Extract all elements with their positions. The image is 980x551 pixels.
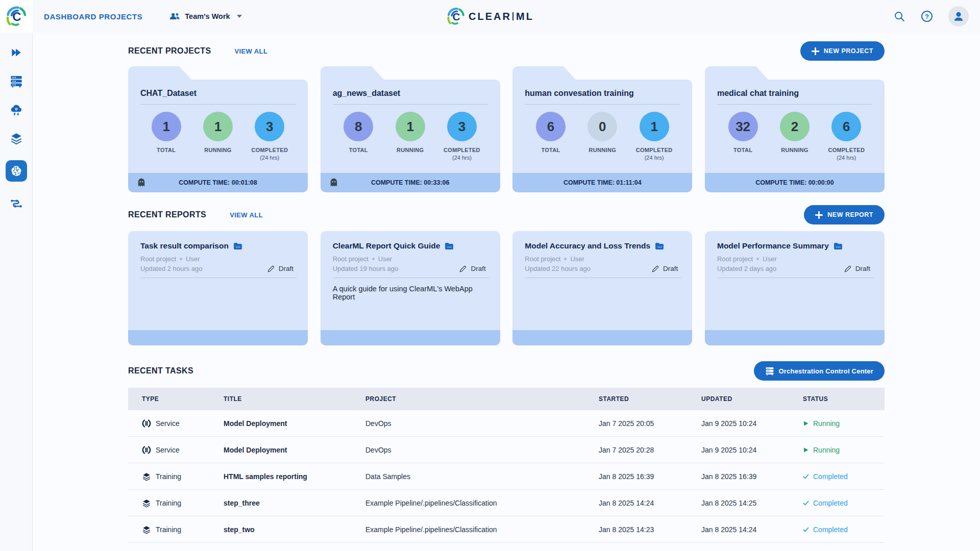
report-card[interactable]: Model Performance Summary Root projectUs… <box>705 231 885 345</box>
recent-projects-header: RECENT PROJECTS VIEW ALL NEW PROJECT <box>128 42 885 60</box>
task-project: DevOps <box>365 419 599 428</box>
task-started: Jan 8 2025 16:39 <box>599 472 701 481</box>
brand-divider <box>512 12 513 20</box>
app-logo[interactable] <box>0 0 33 33</box>
project-card[interactable]: human convesation training 6TOTAL 0RUNNI… <box>512 66 692 192</box>
sidebar <box>0 33 33 551</box>
task-started: Jan 7 2025 20:28 <box>599 446 701 454</box>
compute-time: COMPUTE TIME: 01:11:04 <box>512 179 692 186</box>
team-icon <box>169 12 180 21</box>
brand-wordmark: CLEAR ML <box>469 11 534 22</box>
status-badge: Draft <box>459 265 485 272</box>
pipelines-icon[interactable] <box>10 197 23 210</box>
table-row[interactable]: Training step_two Example Pipeline/.pipe… <box>128 516 885 543</box>
cloud-autoscaler-icon[interactable] <box>10 103 23 116</box>
recent-reports-header: RECENT REPORTS VIEW ALL NEW REPORT <box>128 206 885 224</box>
running-label: RUNNING <box>204 147 231 153</box>
folder-tab <box>705 66 756 80</box>
training-icon <box>142 525 151 534</box>
folder-tab <box>321 66 372 80</box>
task-title: Model Deployment <box>224 446 365 454</box>
ghost-icon <box>136 178 146 188</box>
report-card[interactable]: ClearML Report Quick Guide Root projectU… <box>321 231 500 345</box>
pencil-icon <box>844 265 851 272</box>
report-author: User <box>378 255 392 263</box>
table-row[interactable]: Service Model Deployment DevOps Jan 7 20… <box>128 410 885 437</box>
total-count: 8 <box>344 112 373 141</box>
task-project: Example Pipeline/.pipelines/Classificati… <box>365 499 599 507</box>
task-started: Jan 8 2025 14:24 <box>599 499 701 507</box>
brand-text-right: ML <box>516 11 534 22</box>
completed-label: COMPLETED <box>828 147 865 153</box>
clearml-logo-icon <box>5 5 28 28</box>
status-badge: Draft <box>844 265 870 272</box>
reports-view-all-link[interactable]: VIEW ALL <box>230 211 263 219</box>
training-icon <box>142 472 151 481</box>
task-started: Jan 7 2025 20:05 <box>599 419 701 428</box>
total-label: TOTAL <box>157 147 176 153</box>
new-project-label: NEW PROJECT <box>824 47 873 55</box>
workers-queues-icon[interactable] <box>10 74 23 88</box>
task-title: step_two <box>224 525 365 534</box>
table-row[interactable]: Training HTML samples reporting Data Sam… <box>128 463 885 490</box>
running-count: 1 <box>203 112 233 141</box>
status-label: Running <box>813 446 840 454</box>
col-type: TYPE <box>142 395 224 403</box>
status-completed: Completed <box>803 472 885 481</box>
table-row[interactable]: Training step_three Example Pipeline/.pi… <box>128 490 885 516</box>
projects-view-all-link[interactable]: VIEW ALL <box>234 47 267 55</box>
draft-label: Draft <box>663 265 678 272</box>
divider <box>333 104 488 105</box>
status-running: Running <box>803 419 885 428</box>
report-author: User <box>186 255 200 263</box>
play-icon <box>803 420 809 427</box>
search-icon[interactable] <box>893 10 905 22</box>
project-card[interactable]: CHAT_Dataset 1TOTAL 1RUNNING 3COMPLETED(… <box>128 66 308 192</box>
divider <box>140 278 297 278</box>
task-updated: Jan 8 2025 14:25 <box>701 499 803 507</box>
report-card-footer <box>321 330 500 345</box>
sidebar-item-projects-active[interactable] <box>6 160 27 182</box>
folder-icon <box>233 242 242 250</box>
brand-text-left: CLEAR <box>469 11 511 22</box>
new-project-button[interactable]: NEW PROJECT <box>800 41 885 61</box>
divider <box>717 104 872 105</box>
running-count: 0 <box>587 112 617 141</box>
service-icon <box>142 445 151 455</box>
avatar[interactable] <box>948 6 969 27</box>
report-card-footer <box>128 330 308 345</box>
table-row[interactable]: Service Model Deployment DevOps Jan 7 20… <box>128 437 885 463</box>
help-icon[interactable] <box>921 10 933 22</box>
workspace-name: Team's Work <box>185 12 230 20</box>
status-label: Completed <box>813 525 848 534</box>
status-running: Running <box>803 446 885 454</box>
col-title: TITLE <box>224 395 365 403</box>
project-name: human convesation training <box>525 89 680 98</box>
running-label: RUNNING <box>589 147 616 153</box>
project-cards-row: CHAT_Dataset 1TOTAL 1RUNNING 3COMPLETED(… <box>128 66 885 192</box>
report-card[interactable]: Task result comparison Root projectUser … <box>128 231 308 345</box>
status-label: Running <box>813 419 840 428</box>
expand-chevrons-icon[interactable] <box>10 46 23 59</box>
project-card[interactable]: ag_news_dataset 8TOTAL 1RUNNING 3COMPLET… <box>321 66 500 192</box>
report-title: Model Performance Summary <box>717 241 829 251</box>
task-updated: Jan 9 2025 10:24 <box>701 446 803 454</box>
workspace-selector[interactable]: Team's Work <box>169 12 241 21</box>
report-title: ClearML Report Quick Guide <box>333 241 440 251</box>
total-label: TOTAL <box>541 147 560 153</box>
report-description: A quick guide for using ClearML's WebApp… <box>333 285 489 301</box>
folder-tab <box>128 66 179 80</box>
project-card[interactable]: medical chat training 32TOTAL 2RUNNING 6… <box>705 66 885 192</box>
task-type: Training <box>156 525 181 534</box>
completed-count: 6 <box>831 112 861 141</box>
orchestration-control-center-button[interactable]: Orchestration Control Center <box>754 361 885 381</box>
task-updated: Jan 8 2025 14:24 <box>701 525 803 534</box>
service-icon <box>142 419 151 428</box>
datasets-layers-icon[interactable] <box>10 132 23 145</box>
dot-separator <box>756 258 759 260</box>
main-content: RECENT PROJECTS VIEW ALL NEW PROJECT CHA… <box>33 33 980 551</box>
new-report-button[interactable]: NEW REPORT <box>804 205 885 224</box>
report-card[interactable]: Model Accuracy and Loss Trends Root proj… <box>512 231 692 345</box>
task-title: HTML samples reporting <box>224 472 365 481</box>
col-status: STATUS <box>803 395 885 403</box>
